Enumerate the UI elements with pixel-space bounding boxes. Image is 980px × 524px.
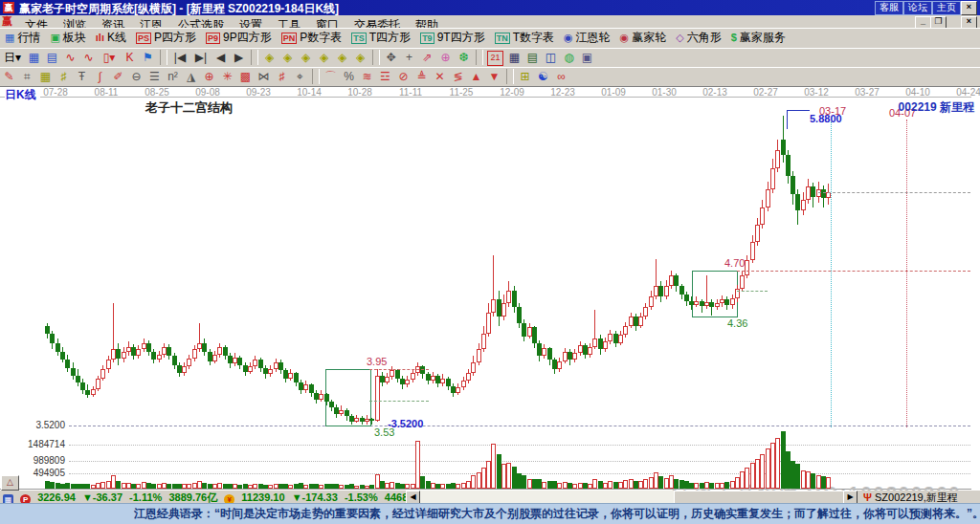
winner-service-button-label: 赢家服务 [740, 31, 786, 44]
close-button[interactable]: × [961, 1, 977, 15]
period-day-dropdown[interactable]: 日▾ [0, 49, 25, 66]
angle-grid-icon[interactable]: ♯ [55, 68, 73, 85]
smart-analysis-icon[interactable]: ❆ [455, 49, 473, 66]
candle-body [766, 189, 770, 207]
flag-marker-icon[interactable]: ⚑ [139, 49, 157, 66]
t-square-button-label: T四方形 [369, 31, 411, 44]
p-square-button[interactable]: PSP四方形 [131, 29, 201, 47]
next-bar-icon[interactable]: ▶ [230, 49, 248, 66]
network-icon[interactable]: ◍ [560, 49, 578, 66]
support-button[interactable]: 客服 [875, 1, 903, 15]
box2-mid-line [737, 291, 768, 292]
candle-body [755, 225, 760, 242]
zigzag-icon[interactable]: ≶ [449, 68, 467, 85]
jump-start-icon[interactable]: |◀ [169, 49, 190, 66]
trend-large-icon[interactable]: ∿ [79, 49, 98, 66]
pointer-analysis-icon[interactable]: ⇗ [418, 49, 436, 66]
t-square-button[interactable]: TST四方形 [346, 29, 415, 47]
high-date-vline [831, 121, 832, 427]
horizontal-scrollbar[interactable]: ◀ ▶ [406, 491, 856, 503]
zoom-tool-1-icon[interactable]: ◈ [260, 49, 278, 66]
zoom-tool-3-icon[interactable]: ◈ [297, 49, 315, 66]
hexagon-button[interactable]: ◇六角形 [671, 29, 725, 47]
zoom-tool-5-icon[interactable]: ◈ [333, 49, 351, 66]
slash-circle-icon[interactable]: ⊘ [394, 68, 412, 85]
square-grid-icon[interactable]: ▦ [36, 68, 55, 85]
horizontal-lines-icon[interactable]: ☰ [145, 68, 164, 85]
price-grid-icon[interactable]: ♯ [273, 68, 291, 85]
up-marker-icon[interactable]: ▲ [467, 68, 485, 85]
crosshair-icon[interactable]: + [400, 49, 418, 66]
prev-bar-icon[interactable]: ◀ [212, 49, 230, 66]
calculator-icon[interactable]: ▦ [505, 49, 523, 66]
kline-settings-icon[interactable]: K [121, 49, 139, 66]
candle-body [471, 362, 476, 373]
info-panel-icon[interactable]: ▤ [43, 49, 61, 66]
candle-body [709, 302, 714, 307]
candle-body [623, 326, 628, 335]
trend-small-icon[interactable]: ∿ [61, 49, 79, 66]
yinyang-icon[interactable]: ☯ [534, 68, 552, 85]
candle-body [309, 384, 314, 393]
candle-body [375, 376, 380, 421]
forum-button[interactable]: 论坛 [903, 1, 932, 15]
circle-tool-icon[interactable]: ⊖ [127, 68, 145, 85]
percent-retrace-icon[interactable]: % [340, 68, 358, 85]
triangle-tool-icon[interactable]: ◮ [182, 68, 200, 85]
wave-tool-icon[interactable]: ≋ [358, 68, 376, 85]
pane-toggle-button[interactable]: △ [1, 475, 19, 491]
app-logo-icon: 赢 [3, 2, 14, 13]
zoom-tool-4-icon[interactable]: ◈ [315, 49, 333, 66]
calendar-21-icon[interactable]: 21 [487, 51, 503, 66]
candle-style-dropdown[interactable]: ▯▾ [98, 49, 121, 66]
arc-line-icon[interactable]: ⌒ [322, 68, 340, 85]
save-icon[interactable]: ◫ [542, 49, 560, 66]
candle-body [268, 369, 273, 374]
winner-wheel-button[interactable]: ◉赢家轮 [615, 29, 672, 47]
winner-service-button[interactable]: $赢家服务 [726, 29, 791, 47]
quotes-button[interactable]: ▦行情 [0, 29, 45, 47]
p-table-button[interactable]: PNP数字表 [277, 29, 347, 47]
shade-grid-icon[interactable]: ▩ [236, 68, 255, 85]
notes-icon[interactable]: ▤ [523, 49, 542, 66]
grid-window-icon[interactable]: ⊞ [516, 68, 534, 85]
infinity-icon[interactable]: ∞ [552, 68, 570, 85]
target-icon[interactable]: ⌖ [291, 68, 309, 85]
draw-pen-icon[interactable]: ✎ [0, 68, 18, 85]
delta-tool-icon[interactable]: ≜ [412, 68, 431, 85]
volume-bar [339, 485, 344, 489]
chart-layout-icon[interactable]: ▦ [25, 49, 43, 66]
pan-hand-icon[interactable]: ✥ [382, 49, 400, 66]
mark-pen-icon[interactable]: ✐ [109, 68, 127, 85]
gann-wheel-button[interactable]: ◉江恩轮 [559, 29, 615, 47]
square-of-nine-icon[interactable]: n² [164, 68, 182, 85]
down-marker-icon[interactable]: ▼ [485, 68, 503, 85]
homepage-button[interactable]: 主页 [932, 1, 961, 15]
level-3-95-line [369, 369, 429, 370]
zoom-tool-6-icon[interactable]: ◈ [351, 49, 369, 66]
time-ruler-icon[interactable]: Ŧ [73, 68, 91, 85]
volume-bar [116, 481, 121, 489]
gann-grid-icon[interactable]: ⌗ [18, 68, 36, 85]
magnify-icon[interactable]: ⊕ [436, 49, 455, 66]
computer-icon[interactable]: ▣ [578, 49, 596, 66]
arc-tool-icon[interactable]: ∫ [91, 68, 109, 85]
zoom-tool-2-icon[interactable]: ◈ [278, 49, 297, 66]
gann-fan-icon[interactable]: ✳ [218, 68, 236, 85]
volume-bar [674, 479, 679, 489]
9p-square-button[interactable]: P99P四方形 [201, 29, 277, 47]
t-table-button[interactable]: TNT数字表 [490, 29, 559, 47]
x-cross-icon[interactable]: ✕ [431, 68, 449, 85]
jump-end-icon[interactable]: ▶| [190, 49, 212, 66]
9t-square-button[interactable]: T99T四方形 [415, 29, 490, 47]
sectors-button[interactable]: ▣板块 [45, 29, 90, 47]
candle-body [354, 418, 359, 422]
gann-circle-icon[interactable]: ⊕ [200, 68, 218, 85]
tri-line-icon[interactable]: ☲ [376, 68, 394, 85]
butterfly-icon[interactable]: ⋈ [255, 68, 273, 85]
last-close-line [818, 192, 970, 193]
sectors-button-icon: ▣ [50, 32, 59, 43]
volume-bar [709, 483, 714, 489]
kline-button[interactable]: ılıK线 [91, 29, 131, 47]
candle-body [157, 355, 162, 360]
